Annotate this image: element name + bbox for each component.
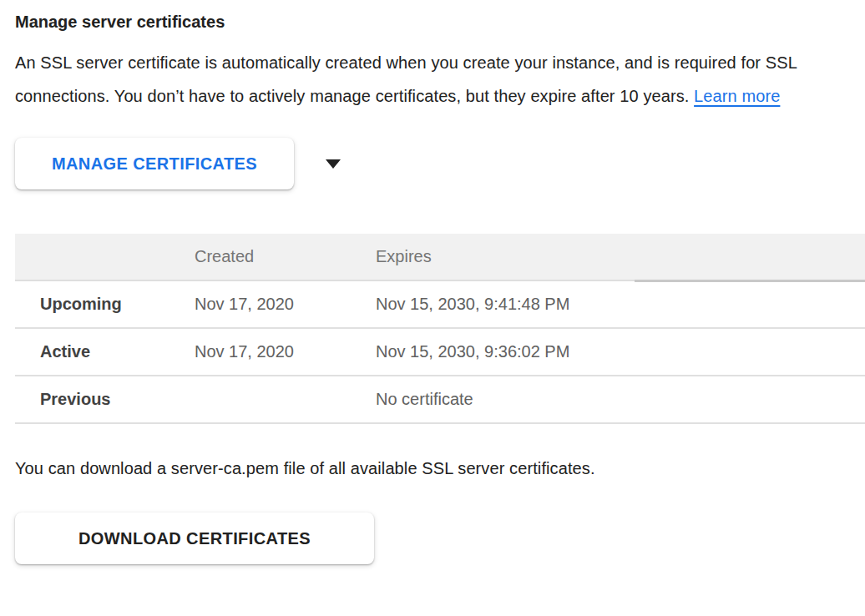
table-row-active: Active Nov 17, 2020 Nov 15, 2030, 9:36:0… <box>15 329 865 376</box>
created-cell: Nov 17, 2020 <box>195 342 376 361</box>
table-row-upcoming: Upcoming Nov 17, 2020 Nov 15, 2030, 9:41… <box>15 281 865 329</box>
table-row-previous: Previous No certificate <box>15 376 865 424</box>
row-label: Active <box>15 342 195 361</box>
expires-cell: No certificate <box>376 390 865 409</box>
row-label: Previous <box>15 390 195 409</box>
caret-down-icon <box>326 159 341 169</box>
learn-more-link[interactable]: Learn more <box>694 87 780 105</box>
expires-cell: Nov 15, 2030, 9:36:02 PM <box>376 342 865 361</box>
download-description: You can download a server-ca.pem file of… <box>15 452 865 485</box>
description-text: An SSL server certificate is automatical… <box>15 53 797 105</box>
column-header-created: Created <box>195 247 376 266</box>
created-cell: Nov 17, 2020 <box>195 295 376 314</box>
certificate-actions: MANAGE CERTIFICATES <box>15 138 865 189</box>
page-title: Manage server certificates <box>15 11 865 33</box>
download-certificates-button[interactable]: DOWNLOAD CERTIFICATES <box>15 512 374 564</box>
expires-cell: Nov 15, 2030, 9:41:48 PM <box>376 295 865 314</box>
description: An SSL server certificate is automatical… <box>15 46 852 113</box>
table-horizontal-scrollbar-thumb[interactable] <box>635 280 865 282</box>
download-section: DOWNLOAD CERTIFICATES <box>15 512 865 564</box>
table-header-row: Created Expires <box>15 234 865 281</box>
certificates-table: Created Expires Upcoming Nov 17, 2020 No… <box>15 234 865 424</box>
manage-certificates-dropdown-button[interactable] <box>321 152 345 175</box>
manage-certificates-button[interactable]: MANAGE CERTIFICATES <box>15 138 294 189</box>
row-label: Upcoming <box>15 295 195 314</box>
column-header-expires: Expires <box>376 247 865 266</box>
